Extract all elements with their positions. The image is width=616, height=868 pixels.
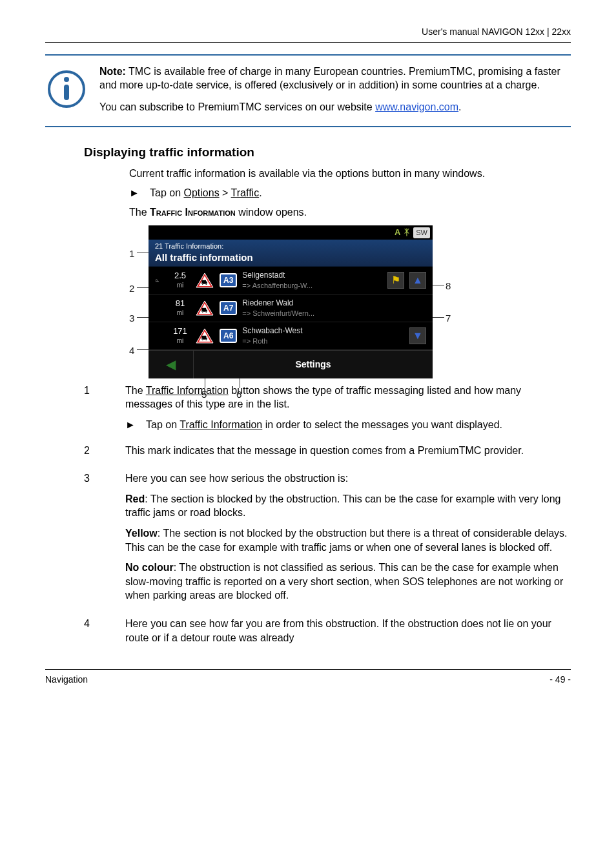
road-badge: A7 [220, 301, 237, 315]
distance: 81mi [170, 299, 190, 318]
window-opens-text: The Traffic Information window opens. [129, 205, 571, 220]
callout-2: 2 [129, 282, 134, 295]
incident-text: Riedener Wald => Schweinfurt/Wern... [242, 298, 382, 318]
no-colour-label: No colour [125, 562, 174, 573]
callout-7: 7 [446, 312, 451, 325]
definition-text: Here you can see how far you are from th… [125, 617, 571, 651]
traffic-row[interactable]: P 2.5mi ⛟ A3 Seligenstadt => Aschaffenbu… [149, 267, 433, 294]
yellow-label: Yellow [125, 528, 158, 539]
callout-8: 8 [446, 280, 451, 293]
definition-row: 3 Here you can see how serious the obstr… [45, 471, 571, 609]
callout-3: 3 [129, 312, 134, 325]
intro-paragraph: Current traffic information is available… [129, 167, 571, 181]
definition-row: 2 This mark indicates that the message i… [45, 444, 571, 464]
section-heading: Displaying traffic information [84, 144, 571, 161]
svg-text:⛟: ⛟ [201, 279, 208, 286]
warning-icon: ⛟ [195, 272, 214, 289]
traffic-information-action-ref: Traffic Information [180, 419, 262, 430]
definition-number: 4 [84, 617, 110, 651]
settings-button[interactable]: Settings [194, 351, 433, 378]
red-label: Red [125, 493, 145, 504]
definition-text: This mark indicates that the message in … [125, 444, 571, 464]
destination-flag-icon: ⚑ [387, 272, 404, 289]
traffic-row[interactable]: 171mi ⛟ A6 Schwabach-West => Roth ▼ [149, 322, 433, 350]
note-paragraph-2: You can subscribe to PremiumTMC services… [99, 100, 571, 114]
page-footer: Navigation - 49 - [45, 669, 571, 686]
note-block: Note: TMC is available free of charge in… [45, 54, 571, 127]
traffic-link: Traffic [231, 187, 260, 198]
traffic-count: 21 Traffic Information: [155, 242, 426, 251]
svg-text:⛟: ⛟ [201, 335, 208, 342]
warning-icon: ⛟ [195, 327, 214, 344]
premium-tmc-badge: P [155, 279, 165, 282]
navigon-link[interactable]: www.navigon.com [375, 101, 458, 112]
scroll-down-button[interactable]: ▼ [409, 327, 426, 344]
device-screen: A ᛡ SW 21 Traffic Information: All traff… [149, 225, 433, 378]
scroll-up-button[interactable]: ▲ [409, 272, 426, 289]
distance: 2.5mi [170, 271, 190, 290]
definition-text: Here you can see how serious the obstruc… [125, 471, 571, 609]
callout-4: 4 [129, 344, 134, 357]
note-icon [45, 65, 88, 114]
bottom-bar: ◀ Settings [149, 350, 433, 378]
back-button[interactable]: ◀ [149, 351, 194, 378]
distance: 171mi [170, 327, 190, 346]
traffic-filter: All traffic information [155, 251, 426, 264]
product-title: User's manual NAVIGON 12xx | 22xx [422, 26, 571, 37]
callout-5: 5 [201, 388, 207, 401]
incident-text: Seligenstadt => Aschaffenburg-W... [242, 271, 382, 290]
traffic-information-button-ref: Traffic Information [146, 385, 229, 396]
note-text: Note: TMC is available free of charge in… [99, 65, 571, 114]
gps-icon: A [395, 227, 400, 238]
footer-section: Navigation [45, 674, 88, 686]
svg-text:⛟: ⛟ [201, 307, 208, 314]
svg-rect-2 [64, 85, 69, 100]
sub-bullet: ► Tap on Traffic Information in order to… [125, 418, 571, 432]
warning-icon: ⛟ [195, 300, 214, 316]
road-badge: A6 [220, 329, 237, 343]
section-body: Current traffic information is available… [129, 167, 571, 378]
note-paragraph-1: Note: TMC is available free of charge in… [99, 65, 571, 92]
callout-1: 1 [129, 247, 134, 260]
direction-badge: SW [413, 227, 430, 238]
options-link: Options [183, 187, 219, 198]
screenshot-block: 1 2 3 4 5 6 8 7 A ᛡ SW [129, 225, 571, 378]
definition-text: The Traffic Information button shows the… [125, 384, 571, 436]
bullet-mark-icon: ► [129, 186, 138, 200]
definition-number: 2 [84, 444, 110, 464]
note-label: Note: [99, 66, 126, 77]
traffic-info-header[interactable]: 21 Traffic Information: All traffic info… [149, 240, 433, 267]
definition-number: 3 [84, 471, 110, 609]
definition-row: 1 The Traffic Information button shows t… [45, 384, 571, 436]
road-badge: A3 [220, 273, 237, 287]
page-header: User's manual NAVIGON 12xx | 22xx [45, 26, 571, 43]
footer-page: - 49 - [549, 674, 571, 686]
annotation-wrapper: 1 2 3 4 5 6 8 7 A ᛡ SW [129, 225, 465, 378]
callout-6: 6 [236, 388, 241, 401]
traffic-info-caps: Traffic Information [150, 207, 236, 218]
tap-instruction: ► Tap on Options > Traffic. [129, 186, 571, 200]
status-bar: A ᛡ SW [149, 225, 433, 240]
signal-icon: ᛡ [404, 227, 409, 238]
traffic-row[interactable]: 81mi ⛟ A7 Riedener Wald => Schweinfurt/W… [149, 294, 433, 322]
bullet-mark-icon: ► [125, 418, 134, 432]
incident-text: Schwabach-West => Roth [242, 326, 382, 346]
definition-number: 1 [84, 384, 110, 436]
definition-row: 4 Here you can see how far you are from … [45, 617, 571, 651]
svg-point-1 [64, 77, 69, 82]
